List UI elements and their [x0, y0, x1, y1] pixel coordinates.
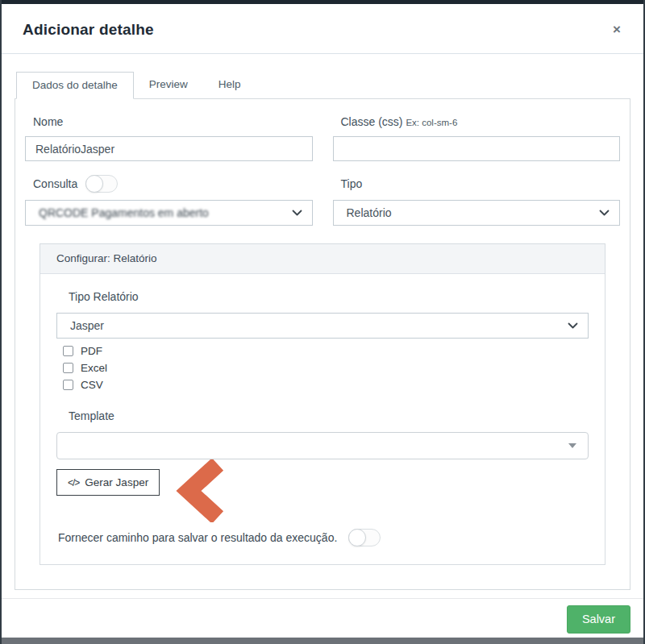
nome-field: Nome: [25, 115, 313, 161]
checkbox-label: PDF: [81, 345, 102, 357]
tab-preview[interactable]: Preview: [134, 72, 203, 98]
add-detail-modal: Adicionar detalhe × Dados do detalhe Pre…: [2, 4, 643, 638]
configurar-panel-body: Tipo Relatório Jasper PDF: [40, 274, 605, 564]
tab-dados-do-detalhe[interactable]: Dados do detalhe: [16, 72, 134, 99]
nome-label: Nome: [25, 115, 313, 128]
gerar-jasper-row: </> Gerar Jasper: [56, 469, 589, 517]
tipo-relatorio-selected-value: Jasper: [70, 319, 568, 332]
classe-field: Classe (css) Ex: col-sm-6: [333, 115, 621, 161]
fornecer-row: Fornecer caminho para salvar o resultado…: [56, 529, 589, 546]
fornecer-label: Fornecer caminho para salvar o resultado…: [58, 531, 337, 544]
nome-input[interactable]: [25, 136, 313, 161]
format-checkbox-group: PDF Excel CSV: [63, 343, 589, 393]
configurar-panel-header: Configurar: Relatório: [40, 244, 605, 274]
tipo-select[interactable]: Relatório: [333, 200, 621, 226]
toggle-knob: [85, 175, 103, 193]
tipo-relatorio-select[interactable]: Jasper: [56, 313, 589, 339]
caret-down-icon: [568, 443, 576, 448]
page-background: Adicionar detalhe × Dados do detalhe Pre…: [0, 0, 645, 644]
modal-body: Dados do detalhe Preview Help Nome Class…: [2, 54, 643, 598]
close-icon[interactable]: ×: [610, 21, 624, 38]
template-label: Template: [56, 409, 589, 422]
checkbox-pdf[interactable]: PDF: [63, 343, 589, 359]
page-bottom-edge: [2, 638, 643, 644]
checkbox-excel[interactable]: Excel: [63, 359, 589, 376]
classe-hint: Ex: col-sm-6: [406, 118, 457, 127]
tab-bar: Dados do detalhe Preview Help: [16, 72, 630, 98]
chevron-down-icon: [568, 322, 578, 330]
tipo-selected-value: Relatório: [347, 206, 600, 219]
checkbox-box[interactable]: [63, 363, 73, 373]
modal-footer: Salvar: [2, 598, 643, 638]
fornecer-toggle[interactable]: [348, 529, 381, 546]
classe-label: Classe (css): [341, 115, 403, 128]
code-icon: </>: [68, 477, 79, 488]
consulta-select[interactable]: QRCODE Pagamentos em aberto: [25, 200, 313, 226]
tab-help[interactable]: Help: [203, 72, 256, 98]
consulta-label: Consulta: [33, 177, 77, 190]
consulta-selected-value: QRCODE Pagamentos em aberto: [39, 206, 292, 219]
modal-header: Adicionar detalhe ×: [2, 4, 643, 54]
checkbox-csv[interactable]: CSV: [63, 376, 589, 393]
save-button[interactable]: Salvar: [567, 605, 630, 634]
toggle-knob: [348, 529, 366, 546]
chevron-down-icon: [292, 210, 302, 217]
form-grid: Nome Classe (css) Ex: col-sm-6 Consulta: [25, 115, 620, 226]
configurar-panel: Configurar: Relatório Tipo Relatório Jas…: [40, 243, 605, 565]
checkbox-box[interactable]: [63, 380, 73, 390]
tipo-label: Tipo: [341, 177, 363, 190]
checkbox-box[interactable]: [63, 346, 73, 356]
template-select[interactable]: [56, 432, 589, 459]
annotation-arrow-left-icon: [168, 459, 226, 522]
consulta-toggle[interactable]: [85, 175, 118, 193]
consulta-field: Consulta QRCODE Pagamentos em aberto: [25, 174, 313, 226]
classe-input[interactable]: [333, 136, 621, 161]
modal-title: Adicionar detalhe: [23, 21, 154, 39]
gerar-jasper-label: Gerar Jasper: [85, 476, 148, 488]
chevron-down-icon: [599, 210, 610, 217]
checkbox-label: Excel: [81, 362, 107, 374]
checkbox-label: CSV: [81, 379, 103, 391]
gerar-jasper-button[interactable]: </> Gerar Jasper: [56, 469, 160, 496]
tipo-relatorio-label: Tipo Relatório: [56, 290, 589, 303]
tipo-field: Tipo Relatório: [333, 174, 621, 226]
tab-content-panel: Nome Classe (css) Ex: col-sm-6 Consulta: [15, 98, 630, 590]
